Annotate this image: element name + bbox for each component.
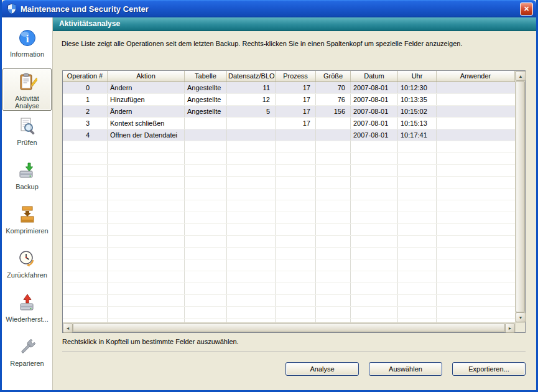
sidebar-item-aktivitaet-analyse[interactable]: Aktivität Analyse [2, 68, 52, 111]
column-header[interactable]: Größe [316, 71, 351, 82]
sidebar-item-pruefen[interactable]: Prüfen [2, 113, 52, 155]
table-cell [227, 212, 276, 223]
exportieren-button[interactable]: Exportieren... [452, 362, 526, 376]
page-title: Aktivitätsanalyse [59, 19, 120, 28]
table-cell: 17 [276, 106, 316, 117]
horizontal-scrollbar[interactable]: ◄ ► [63, 322, 515, 332]
table-row[interactable]: 4Öffnen der Datendatei2007-08-0110:17:41 [63, 129, 515, 141]
table-cell [227, 307, 276, 318]
column-header[interactable]: Prozess [276, 71, 316, 82]
table-cell [316, 224, 351, 235]
table-cell [316, 129, 351, 141]
divider [62, 351, 526, 352]
table-cell [437, 236, 515, 247]
table-cell [437, 165, 515, 176]
auswaehlen-button[interactable]: Auswählen [369, 362, 442, 376]
table-filler-row [63, 177, 515, 189]
table-cell [437, 189, 515, 200]
column-header[interactable]: Aktion [108, 71, 185, 82]
page-header: Aktivitätsanalyse [53, 17, 536, 30]
table-cell [316, 248, 351, 259]
sidebar-item-wiederherstellen[interactable]: Wiederherst... [2, 289, 52, 332]
table-cell [108, 271, 185, 282]
table-cell [437, 200, 515, 212]
info-icon: i [17, 27, 38, 49]
table-cell [276, 129, 316, 141]
column-header[interactable]: Tabelle [185, 71, 227, 82]
analyse-button[interactable]: Analyse [285, 362, 359, 376]
table-row[interactable]: 0ÄndernAngestellte1117702007-08-0110:12:… [63, 82, 515, 94]
table-cell [276, 283, 316, 294]
table-cell [351, 165, 398, 176]
table-cell [63, 259, 108, 271]
scroll-down-button[interactable]: ▼ [516, 312, 526, 322]
table-cell [316, 283, 351, 294]
table-filler-row [63, 307, 515, 319]
table-cell: 5 [227, 106, 276, 117]
sidebar-item-label: Wiederherst... [6, 315, 48, 323]
sidebar-item-zurueckfahren[interactable]: Zurückfahren [2, 245, 52, 287]
verify-icon [17, 116, 38, 137]
backup-icon [17, 160, 38, 181]
table-row[interactable]: 2ÄndernAngestellte5171562007-08-0110:15:… [63, 106, 515, 118]
table-cell [185, 153, 227, 164]
column-header[interactable]: Anwender [437, 71, 515, 82]
column-header[interactable]: Datensatz/BLOB [227, 71, 276, 82]
table-cell [351, 283, 398, 294]
table-cell [227, 224, 276, 235]
table-cell [185, 165, 227, 176]
table-cell [398, 212, 437, 223]
table-cell [398, 236, 437, 247]
horizontal-scroll-thumb[interactable] [73, 323, 505, 332]
sidebar-item-komprimieren[interactable]: Komprimieren [2, 201, 52, 243]
table-cell [276, 200, 316, 212]
table-cell [108, 259, 185, 271]
scrollbar-corner [515, 322, 525, 332]
table-cell [108, 189, 185, 200]
column-header[interactable]: Operation # [63, 71, 108, 82]
table-cell: 17 [276, 118, 316, 129]
table-cell [63, 153, 108, 164]
sidebar-item-label: Information [10, 50, 44, 58]
scroll-right-button[interactable]: ► [505, 323, 515, 333]
vertical-scroll-thumb[interactable] [516, 81, 525, 312]
table-cell [227, 153, 276, 164]
table-cell: 17 [276, 82, 316, 93]
table-cell [227, 118, 276, 129]
table-cell [351, 224, 398, 235]
sidebar-item-information[interactable]: i Information [2, 24, 52, 67]
table-cell [227, 177, 276, 188]
table-cell [227, 259, 276, 271]
table-cell [437, 153, 515, 164]
table-filler-row [63, 236, 515, 248]
table-cell: 10:15:02 [398, 106, 437, 117]
table-cell [276, 259, 316, 271]
table-cell: 2 [63, 106, 108, 117]
table-cell: Kontext schließen [108, 118, 185, 129]
table-cell: 17 [276, 94, 316, 105]
scroll-up-button[interactable]: ▲ [516, 71, 526, 81]
sidebar-item-reparieren[interactable]: Reparieren [2, 334, 52, 376]
table-cell [276, 224, 316, 235]
table-cell [316, 271, 351, 282]
table-cell [398, 259, 437, 271]
column-header[interactable]: Datum [351, 71, 398, 82]
column-header[interactable]: Uhr [398, 71, 437, 82]
table-cell [108, 141, 185, 152]
table-filler-row [63, 271, 515, 283]
table-row[interactable]: 3Kontext schließen172007-08-0110:15:13 [63, 118, 515, 129]
rollback-icon [17, 248, 38, 269]
table-cell [316, 236, 351, 247]
sidebar: i Information [2, 17, 53, 390]
table-cell [316, 295, 351, 306]
sidebar-item-backup[interactable]: Backup [2, 157, 52, 199]
table-cell [108, 248, 185, 259]
vertical-scrollbar[interactable]: ▲ ▼ [515, 71, 525, 322]
table-cell [108, 307, 185, 318]
sidebar-item-label: Aktivität Analyse [3, 95, 51, 110]
scroll-left-button[interactable]: ◄ [63, 323, 73, 333]
close-button[interactable]: ✕ [520, 2, 533, 16]
table-cell [437, 82, 515, 93]
titlebar[interactable]: Maintenance und Security Center ✕ [2, 0, 536, 17]
table-row[interactable]: 1HinzufügenAngestellte1217762007-08-0110… [63, 94, 515, 106]
